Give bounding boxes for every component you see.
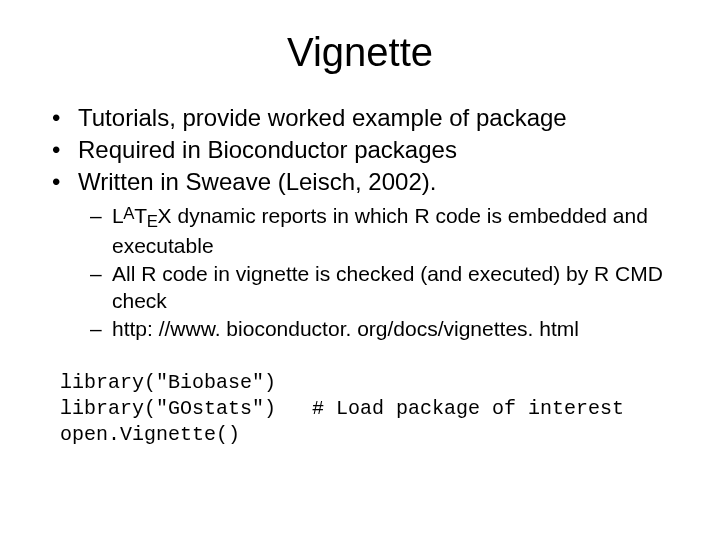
bullet-text: Required in Bioconductor packages [78,136,457,163]
bullet-text: Written in Sweave (Leisch, 2002). [78,168,436,195]
list-item: Written in Sweave (Leisch, 2002). [52,167,690,197]
list-item: All R code in vignette is checked (and e… [90,261,690,314]
bullet-list-level2: LATEX dynamic reports in which R code is… [90,203,690,342]
list-item: Tutorials, provide worked example of pac… [52,103,690,133]
latex-e: E [147,212,158,231]
latex-x: X [158,204,172,227]
list-item: http: //www. bioconductor. org/docs/vign… [90,316,690,342]
slide-title: Vignette [30,30,690,75]
latex-l: L [112,204,124,227]
latex-a: A [123,204,134,223]
list-item: LATEX dynamic reports in which R code is… [90,203,690,259]
sub-bullet-text: dynamic reports in which R code is embed… [112,204,648,257]
sub-bullet-text: All R code in vignette is checked (and e… [112,262,663,311]
bullet-list-level1: Tutorials, provide worked example of pac… [52,103,690,197]
latex-label: LATEX [112,204,172,227]
sub-bullet-text: http: //www. bioconductor. org/docs/vign… [112,317,579,340]
list-item: Required in Bioconductor packages [52,135,690,165]
slide: Vignette Tutorials, provide worked examp… [0,0,720,540]
latex-t: T [134,204,147,227]
code-block: library("Biobase") library("GOstats") # … [60,370,690,448]
bullet-text: Tutorials, provide worked example of pac… [78,104,567,131]
